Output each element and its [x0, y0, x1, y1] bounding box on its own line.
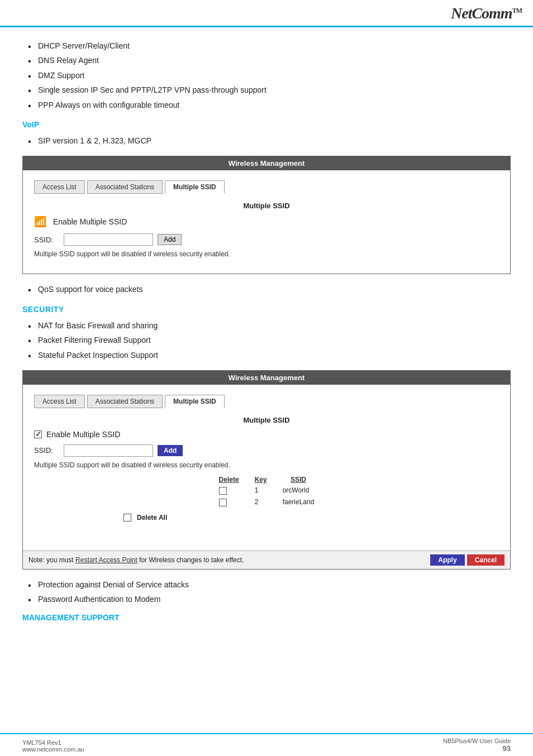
note-text-before: Note: you must	[28, 556, 75, 564]
enable-multiple-ssid-label-1: Enable Multiple SSID	[53, 217, 127, 226]
row1-delete-checkbox[interactable]	[219, 487, 227, 495]
restart-access-point-link[interactable]: Restart Access Point	[75, 556, 137, 564]
ssid-note-2: Multiple SSID support will be disabled i…	[34, 461, 499, 469]
row1-ssid: orcWorld	[275, 485, 322, 496]
list-item: Protection against Denial of Service att…	[22, 577, 511, 592]
list-item: PPP Always on with configurable timeout	[22, 98, 511, 112]
qos-bullet-list: QoS support for voice packets	[22, 282, 511, 296]
voip-bullet-list: SIP version 1 & 2, H.323, MGCP	[22, 133, 511, 148]
voip-heading: VoIP	[22, 120, 511, 129]
wm-tabs-1: Access List Associated Stations Multiple…	[34, 180, 499, 194]
ssid-label-1: SSID:	[34, 236, 59, 244]
tab-associated-stations-1[interactable]: Associated Stations	[87, 180, 163, 194]
tab-associated-stations-2[interactable]: Associated Stations	[87, 395, 163, 408]
wm-inner-2: Access List Associated Stations Multiple…	[23, 385, 510, 548]
bottom-note-text: Note: you must Restart Access Point for …	[28, 556, 244, 564]
list-item: QoS support for voice packets	[22, 282, 511, 296]
wifi-icon-1: 📶	[34, 216, 46, 228]
col-header-ssid: SSID	[275, 475, 322, 485]
bottom-btn-group: Apply Cancel	[430, 554, 505, 566]
tab-access-list-1[interactable]: Access List	[34, 180, 85, 194]
enable-ssid-checkbox-2[interactable]	[34, 430, 42, 438]
tab-access-list-2[interactable]: Access List	[34, 395, 85, 408]
list-item: Stateful Packet Inspection Support	[22, 348, 511, 362]
wireless-management-box-2: Wireless Management Access List Associat…	[22, 370, 511, 570]
ssid-input-2[interactable]	[64, 444, 153, 457]
delete-all-label: Delete All	[137, 514, 167, 521]
list-item: SIP version 1 & 2, H.323, MGCP	[22, 133, 511, 148]
tab-multiple-ssid-1[interactable]: Multiple SSID	[165, 180, 225, 194]
row1-checkbox-cell	[211, 485, 247, 496]
col-header-key: Key	[247, 475, 275, 485]
table-row: 2 faerieLand	[211, 496, 322, 508]
header: NetCommTM	[0, 0, 533, 27]
enable-multiple-ssid-label-2: Enable Multiple SSID	[46, 430, 120, 439]
ssid-section-title-2: Multiple SSID	[34, 416, 499, 424]
add-button-2[interactable]: Add	[158, 445, 183, 456]
list-item: DHCP Server/Relay/Client	[22, 39, 511, 53]
ssid-note-1: Multiple SSID support will be disabled i…	[34, 250, 499, 258]
dos-bullet-list: Protection against Denial of Service att…	[22, 577, 511, 607]
bottom-note-bar: Note: you must Restart Access Point for …	[23, 551, 510, 569]
security-heading: SECURITY	[22, 305, 511, 314]
main-content: DHCP Server/Relay/Client DNS Relay Agent…	[0, 27, 533, 644]
tab-multiple-ssid-2[interactable]: Multiple SSID	[165, 395, 225, 408]
wm-inner-1: Access List Associated Stations Multiple…	[23, 170, 510, 274]
note-text-after: for Wireless changes to take effect.	[137, 556, 244, 564]
cancel-button[interactable]: Cancel	[467, 554, 505, 566]
security-bullet-list: NAT for Basic Firewall and sharing Packe…	[22, 318, 511, 362]
intro-bullet-list: DHCP Server/Relay/Client DNS Relay Agent…	[22, 39, 511, 112]
ssid-input-1[interactable]	[64, 233, 153, 246]
list-item: Single session IP Sec and PPTP/L2TP VPN …	[22, 83, 511, 97]
add-button-1[interactable]: Add	[158, 234, 182, 245]
delete-all-row: Delete All	[123, 514, 499, 521]
delete-all-checkbox[interactable]	[123, 514, 131, 521]
logo-text: NetCommTM	[451, 4, 522, 22]
ssid-label-2: SSID:	[34, 446, 59, 454]
ssid-enable-row-2: Enable Multiple SSID	[34, 430, 499, 439]
row2-ssid: faerieLand	[275, 496, 322, 508]
management-support-heading: MANAGEMENT SUPPORT	[22, 613, 511, 622]
list-item: Password Authentication to Modem	[22, 592, 511, 606]
row2-key: 2	[247, 496, 275, 508]
logo: NetCommTM	[451, 4, 522, 22]
list-item: DNS Relay Agent	[22, 53, 511, 68]
wm-title-bar-2: Wireless Management	[23, 371, 510, 385]
row1-key: 1	[247, 485, 275, 496]
ssid-input-row-2: SSID: Add	[34, 444, 499, 457]
list-item: Packet Filtering Firewall Support	[22, 333, 511, 347]
ssid-section-title-1: Multiple SSID	[34, 202, 499, 210]
footer-left: YML754 Rev1 www.netcomm.com.au	[22, 739, 84, 753]
row2-delete-checkbox[interactable]	[219, 499, 227, 506]
logo-tm: TM	[512, 7, 522, 15]
row2-checkbox-cell	[211, 496, 247, 508]
list-item: NAT for Basic Firewall and sharing	[22, 318, 511, 333]
col-header-delete: Delete	[211, 475, 247, 485]
ssid-input-row-1: SSID: Add	[34, 233, 499, 246]
footer-revision: YML754 Rev1	[22, 739, 84, 746]
page-footer: YML754 Rev1 www.netcomm.com.au NB5Plus4/…	[0, 733, 533, 756]
apply-button[interactable]: Apply	[430, 554, 464, 566]
wm-tabs-2: Access List Associated Stations Multiple…	[34, 395, 499, 408]
footer-guide-name: NB5Plus4/W User Guide	[443, 738, 511, 744]
footer-right: NB5Plus4/W User Guide 93	[443, 738, 511, 753]
wm-title-bar-1: Wireless Management	[23, 156, 510, 170]
ssid-enable-row-1: 📶 Enable Multiple SSID	[34, 216, 499, 228]
page-wrapper: NetCommTM DHCP Server/Relay/Client DNS R…	[0, 0, 533, 756]
ssid-table: Delete Key SSID 1 orcWorld	[211, 475, 322, 508]
footer-page-number: 93	[443, 744, 511, 753]
list-item: DMZ Support	[22, 68, 511, 83]
wireless-management-box-1: Wireless Management Access List Associat…	[22, 156, 511, 274]
table-row: 1 orcWorld	[211, 485, 322, 496]
footer-website: www.netcomm.com.au	[22, 746, 84, 753]
